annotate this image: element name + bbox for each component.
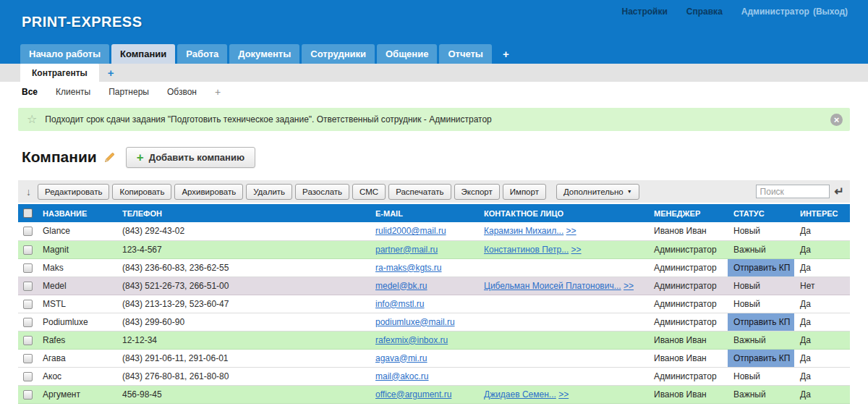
contact-link[interactable]: Цибельман Моисей Платонович... <box>484 281 621 291</box>
tab-3[interactable]: Работа <box>177 44 227 64</box>
logout-link[interactable]: (Выход) <box>813 7 848 17</box>
email-link[interactable]: partner@mail.ru <box>375 245 438 255</box>
table-row[interactable]: Medel(843) 521-26-73, 266-51-00medel@bk.… <box>18 276 850 295</box>
table-row[interactable]: Агава(843) 291-06-11, 291-06-01agava@mi.… <box>18 349 850 367</box>
tab-1[interactable]: Начало работы <box>20 44 109 64</box>
contact-cell <box>478 367 648 385</box>
search-input[interactable] <box>756 185 830 198</box>
table-row[interactable]: Glance(843) 292-43-02rulid2000@mail.ruКа… <box>18 222 850 240</box>
table-row[interactable]: Аргумент456-98-45office@argument.ruДжида… <box>18 385 850 403</box>
contact-more-link[interactable]: >> <box>566 226 576 236</box>
filter-1[interactable]: Все <box>22 87 38 97</box>
contact-link[interactable]: Джидаев Семен... <box>484 389 556 400</box>
subtab-kontragenty[interactable]: Контрагенты <box>20 64 99 82</box>
contact-more-link[interactable]: >> <box>571 245 582 255</box>
toolbar-button-8[interactable]: Экспорт <box>454 184 500 200</box>
column-header-3[interactable]: E-MAIL <box>370 204 478 222</box>
help-link[interactable]: Справка <box>686 7 723 17</box>
table-row[interactable]: Magnit123-4-567partner@mail.ruКонстантин… <box>18 240 850 258</box>
toolbar-button-7[interactable]: Распечатать <box>388 184 451 200</box>
column-header-4[interactable]: КОНТАКТНОЕ ЛИЦО <box>478 204 648 222</box>
email-link[interactable]: medel@bk.ru <box>375 281 427 291</box>
star-icon: ☆ <box>27 114 37 125</box>
manager-cell: Администратор <box>648 313 728 331</box>
status-cell: Новый <box>728 276 794 295</box>
row-checkbox[interactable] <box>23 263 33 273</box>
close-banner-icon[interactable]: × <box>830 114 843 126</box>
checkbox-cell <box>18 367 37 385</box>
filter-2[interactable]: Клиенты <box>56 87 90 97</box>
user-link[interactable]: Администратор <box>741 7 809 17</box>
toolbar-button-9[interactable]: Импорт <box>503 184 546 200</box>
enter-icon[interactable]: ↵ <box>835 185 844 198</box>
table-row[interactable]: Maks(843) 236-60-83, 236-62-55ra-maks@kg… <box>18 258 850 276</box>
email-link[interactable]: ra-maks@kgts.ru <box>375 263 442 273</box>
row-checkbox[interactable] <box>23 336 33 345</box>
toolbar-button-2[interactable]: Копировать <box>112 184 171 200</box>
row-checkbox[interactable] <box>23 372 33 381</box>
tab-6[interactable]: Общение <box>377 44 437 64</box>
row-checkbox[interactable] <box>23 227 33 236</box>
column-header-2[interactable]: ТЕЛЕФОН <box>116 204 370 222</box>
row-checkbox[interactable] <box>23 300 33 309</box>
email-link[interactable]: mail@akoc.ru <box>375 371 429 381</box>
email-link[interactable]: info@mstl.ru <box>375 299 425 309</box>
column-header-5[interactable]: МЕНЕДЖЕР <box>648 204 728 222</box>
tab-2[interactable]: Компании <box>111 44 175 64</box>
filter-5[interactable]: + <box>215 86 221 98</box>
tab-4[interactable]: Документы <box>229 44 299 64</box>
email-link[interactable]: agava@mi.ru <box>375 353 427 363</box>
contact-link[interactable]: Карамзин Михаил... <box>484 226 563 236</box>
table-row[interactable]: Podiumluxe(843) 299-60-90podiumluxe@mail… <box>18 313 850 331</box>
row-checkbox[interactable] <box>23 354 33 363</box>
email-link[interactable]: office@argument.ru <box>375 389 451 400</box>
status-cell: Важный <box>728 385 794 403</box>
email-cell: rafexmix@inbox.ru <box>370 331 478 349</box>
phone-cell: (843) 276-80-81, 261-80-80 <box>116 367 370 385</box>
row-checkbox[interactable] <box>23 282 33 291</box>
toolbar-button-5[interactable]: Разослать <box>295 184 349 200</box>
filter-3[interactable]: Партнеры <box>109 87 149 97</box>
column-header-7[interactable]: ИНТЕРЕС <box>794 204 850 222</box>
filter-4[interactable]: Обзвон <box>167 87 197 97</box>
row-checkbox[interactable] <box>23 245 33 255</box>
select-all-checkbox[interactable] <box>23 208 33 218</box>
contact-cell: Джидаев Семен... >> <box>478 385 648 403</box>
manager-cell: Администратор <box>648 276 728 295</box>
contact-more-link[interactable]: >> <box>624 281 634 291</box>
status-cell: Новый <box>728 295 794 313</box>
user-area: Администратор (Выход) <box>741 7 848 17</box>
tab-5[interactable]: Сотрудники <box>302 44 375 64</box>
top-links: Настройки Справка Администратор (Выход) <box>622 7 848 17</box>
add-subtab-button[interactable]: + <box>99 64 123 82</box>
toolbar-button-3[interactable]: Архивировать <box>174 184 243 200</box>
company-name-cell: Maks <box>37 258 116 276</box>
add-tab-button[interactable]: + <box>494 44 518 64</box>
table-row[interactable]: MSTL(843) 213-13-29, 523-60-47info@mstl.… <box>18 295 850 313</box>
email-link[interactable]: rulid2000@mail.ru <box>375 226 446 236</box>
column-header-1[interactable]: НАЗВАНИЕ <box>37 204 116 222</box>
edit-title-icon[interactable] <box>104 151 116 163</box>
collapse-toolbar-icon[interactable]: ↓ <box>26 186 31 198</box>
contact-more-link[interactable]: >> <box>558 389 569 400</box>
contact-cell: Константинов Петр... >> <box>478 240 648 258</box>
add-company-button[interactable]: + Добавить компанию <box>126 147 255 168</box>
table-row[interactable]: Rafes12-12-34rafexmix@inbox.ruИванов Ива… <box>18 331 850 349</box>
email-cell: mail@akoc.ru <box>370 367 478 385</box>
email-link[interactable]: rafexmix@inbox.ru <box>375 335 448 345</box>
email-link[interactable]: podiumluxe@mail.ru <box>375 317 455 327</box>
tab-7[interactable]: Отчеты <box>439 44 492 64</box>
more-button[interactable]: Дополнительно▼ <box>556 184 639 200</box>
page-title-row: Компании + Добавить компанию <box>22 145 868 169</box>
toolbar-button-1[interactable]: Редактировать <box>38 184 109 200</box>
toolbar-button-6[interactable]: СМС <box>352 184 386 200</box>
status-cell: Важный <box>728 331 794 349</box>
contact-link[interactable]: Константинов Петр... <box>484 245 569 255</box>
row-checkbox[interactable] <box>23 318 33 327</box>
row-checkbox[interactable] <box>23 390 33 400</box>
phone-cell: (843) 521-26-73, 266-51-00 <box>116 276 370 295</box>
settings-link[interactable]: Настройки <box>622 7 668 17</box>
toolbar-button-4[interactable]: Удалить <box>246 184 292 200</box>
column-header-6[interactable]: СТАТУС <box>728 204 794 222</box>
table-row[interactable]: Акос(843) 276-80-81, 261-80-80mail@akoc.… <box>18 367 850 385</box>
